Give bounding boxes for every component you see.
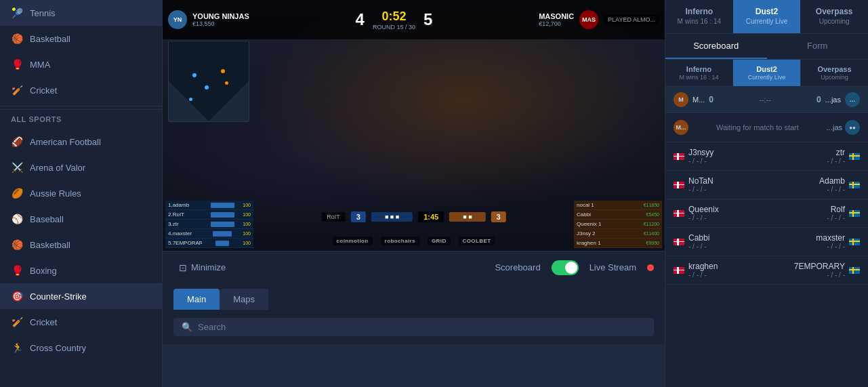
score-row: kraghen 1 €9950: [574, 239, 662, 248]
team-left-sub: €13,550: [192, 20, 249, 27]
map-tab-overpass[interactable]: Overpass Upcoming: [800, 0, 868, 33]
waiting-right-avatar: ●●: [845, 120, 860, 135]
sponsor-robochairs: robochairs: [381, 237, 419, 245]
player-right-2: Rolf - / - / -: [767, 205, 861, 222]
player-row-4[interactable]: kraghen - / - / - 7EMPORARY - / - / -: [665, 256, 868, 285]
flag-se-maxster: [849, 239, 860, 245]
mma-icon: 🥊: [11, 58, 23, 70]
sidebar-item-cricket-top[interactable]: 🏏 Cricket: [0, 77, 162, 103]
live-stream-toggle[interactable]: [552, 260, 579, 275]
sidebar-item-boxing[interactable]: 🥊 Boxing: [0, 258, 162, 283]
map-tab-dust2[interactable]: Dust2 Currently Live: [733, 0, 801, 33]
flag-se-7emporary: [849, 267, 860, 274]
map-sel-overpass[interactable]: Overpass Upcoming: [801, 60, 868, 86]
sponsor-grid: GRID: [428, 237, 451, 245]
sidebar-item-counter-strike[interactable]: 🎯 Counter-Strike: [0, 283, 162, 309]
hud-played: PLAYED ALMO...: [604, 15, 659, 24]
hud-bottom-timer: 1:45: [418, 211, 444, 222]
map-tab-inferno-sub: M wins 16 : 14: [671, 18, 728, 25]
player-left-name-0: J3nsyy: [688, 148, 714, 157]
minimap-inner: [169, 41, 249, 121]
map-dot: [205, 85, 209, 89]
player-row-1[interactable]: NoTaN - / - / - Adamb - / - / -: [665, 171, 868, 199]
player-right-0: ztr - / - / -: [767, 148, 861, 165]
player-row-0[interactable]: J3nsyy - / - / - ztr - / - / -: [665, 142, 868, 171]
flag-se-adamb: [849, 182, 860, 188]
video-player[interactable]: YN YOUNG NINJAS €13,550 4 0:52 ROUND 15 …: [163, 0, 665, 251]
map-dot: [225, 81, 228, 85]
waiting-text: Waiting for match to start: [716, 123, 799, 131]
map-tab-dust2-name: Dust2: [739, 7, 795, 16]
sidebar-item-tennis[interactable]: 🎾 Tennis: [0, 0, 162, 26]
sidebar-item-arena-of-valor[interactable]: ⚔️ Arena of Valor: [0, 155, 162, 180]
search-input[interactable]: [198, 322, 646, 332]
waiting-right: ...jas ●●: [827, 120, 860, 135]
waiting-row: M... Waiting for match to start ...jas ●…: [665, 113, 868, 142]
score-row: nocal 1 €11850: [574, 201, 662, 210]
team-right-logo: MAS: [579, 10, 598, 29]
player-row-3[interactable]: Cabbi - / - / - maxster - / - / -: [665, 228, 868, 256]
sidebar-item-label: MMA: [30, 60, 50, 70]
match-timer-display: --:--: [759, 96, 771, 104]
score-row: 1.adamb 100: [165, 201, 253, 210]
map-sel-inferno[interactable]: Inferno M wins 16 : 14: [665, 60, 733, 86]
tab-main[interactable]: Main: [173, 289, 220, 310]
player-left-1: NoTaN - / - / -: [674, 176, 767, 193]
score-row: 2.RoIT 100: [165, 210, 253, 220]
minimize-icon: ⊡: [179, 262, 187, 273]
sidebar-item-aussie-rules[interactable]: 🏉 Aussie Rules: [0, 180, 162, 206]
scoreboard-form-tabs: Scoreboard Form: [665, 34, 868, 60]
minimize-label: Minimize: [191, 262, 226, 272]
toggle-knob: [565, 262, 577, 274]
sidebar-item-cricket2[interactable]: 🏏 Cricket: [0, 309, 162, 335]
player-right-name-0: ztr: [827, 148, 845, 157]
team-right-header: 0 ...jas …: [817, 92, 860, 107]
tab-scoreboard[interactable]: Scoreboard: [665, 34, 767, 59]
map-sel-dust2[interactable]: Dust2 Currently Live: [733, 60, 801, 86]
hud-round: ROUND 15 / 30: [373, 24, 415, 30]
hud-team-left: YN YOUNG NINJAS €13,550: [168, 10, 249, 29]
tab-form[interactable]: Form: [767, 34, 869, 59]
arena-of-valor-icon: ⚔️: [11, 161, 23, 174]
player-left-stats-1: - / - / -: [688, 186, 714, 193]
map-tab-overpass-sub: Upcoming: [806, 18, 863, 25]
team-right-sub: €12,700: [539, 20, 574, 27]
sidebar-item-baseball[interactable]: ⚾ Baseball: [0, 206, 162, 232]
tennis-icon: 🎾: [11, 7, 23, 19]
sidebar-item-cross-country[interactable]: 🏃 Cross Country: [0, 335, 162, 361]
player-right-4: 7EMPORARY - / - / -: [767, 262, 861, 279]
player-left-stats-4: - / - / -: [688, 271, 718, 279]
map-selector-row: Inferno M wins 16 : 14 Dust2 Currently L…: [665, 60, 868, 87]
sidebar-divider: [0, 106, 162, 106]
sidebar-item-label: Baseball: [30, 214, 64, 224]
minimize-button[interactable]: ⊡ Minimize: [173, 260, 231, 276]
map-dot: [221, 69, 225, 73]
score-row: 4.maxster 100: [165, 229, 253, 239]
team-left-logo: YN: [168, 10, 187, 29]
flag-dk-cabbi: [674, 239, 684, 245]
tab-maps[interactable]: Maps: [220, 289, 268, 310]
sidebar-item-basketball[interactable]: 🏀 Basketball: [0, 26, 162, 52]
player-right-name-1: Adamb: [819, 176, 845, 186]
scoreboard-label: Scoreboard: [495, 262, 540, 272]
sidebar-item-basketball2[interactable]: 🏀 Basketball: [0, 232, 162, 258]
map-dot: [192, 73, 197, 77]
player-left-3: Cabbi - / - / -: [674, 233, 767, 250]
score-panel-t: nocal 1 €11850 Cabbi €5450 Queenix 1 €11…: [574, 201, 662, 248]
sidebar-item-mma[interactable]: 🥊 MMA: [0, 52, 162, 77]
boxing-icon: 🥊: [11, 264, 23, 277]
player-row-2[interactable]: Queenix - / - / - Rolf - / - / -: [665, 199, 868, 228]
player-right-stats-2: - / - / -: [827, 214, 845, 222]
tabs-bar: Main Maps: [163, 283, 665, 310]
sidebar-item-label: Cross Country: [30, 343, 86, 353]
team-left-name: YOUNG NINJAS: [192, 12, 249, 20]
sidebar-item-american-football[interactable]: 🏈 American Football: [0, 129, 162, 155]
map-tab-overpass-name: Overpass: [806, 7, 863, 16]
player-left-stats-2: - / - / -: [688, 214, 719, 222]
cricket-icon: 🏏: [11, 84, 23, 96]
live-indicator-dot: [647, 264, 654, 271]
map-tab-inferno[interactable]: Inferno M wins 16 : 14: [665, 0, 733, 33]
sidebar-item-label: Aussie Rules: [30, 188, 81, 199]
sidebar-item-label: Basketball: [30, 240, 70, 250]
controls-right: Scoreboard Live Stream: [495, 260, 654, 275]
